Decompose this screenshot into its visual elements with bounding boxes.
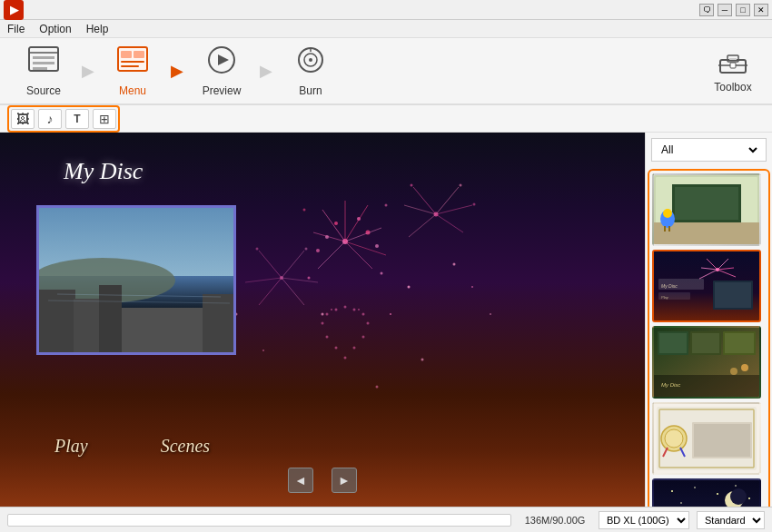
menu-option[interactable]: Option bbox=[39, 23, 71, 35]
menu-help[interactable]: Help bbox=[86, 23, 109, 35]
toolbar-menu[interactable]: Menu bbox=[96, 40, 169, 102]
svg-line-56 bbox=[282, 278, 318, 282]
music-tool-button[interactable]: ♪ bbox=[38, 109, 62, 129]
svg-point-140 bbox=[735, 485, 737, 487]
arrow-3: ▶ bbox=[260, 61, 272, 81]
toolbar-burn[interactable]: Burn bbox=[274, 40, 347, 102]
svg-point-58 bbox=[305, 248, 308, 251]
svg-point-39 bbox=[385, 204, 388, 207]
prev-button[interactable]: ◄ bbox=[288, 468, 313, 493]
svg-line-44 bbox=[404, 205, 436, 214]
svg-rect-135 bbox=[694, 424, 750, 457]
disc-title: My Disc bbox=[64, 158, 143, 185]
toolbar-source[interactable]: Source bbox=[7, 40, 80, 102]
svg-line-53 bbox=[259, 278, 282, 305]
toolbar-preview-label: Preview bbox=[203, 84, 242, 97]
svg-point-64 bbox=[421, 359, 424, 361]
svg-line-45 bbox=[436, 214, 463, 232]
svg-text:My Disc: My Disc bbox=[661, 382, 680, 388]
svg-rect-96 bbox=[675, 187, 738, 220]
svg-rect-7 bbox=[134, 51, 144, 58]
svg-point-62 bbox=[471, 286, 473, 288]
main-content: My Disc bbox=[0, 133, 772, 507]
panel-dropdown-container: All Classic Modern Romantic Nature bbox=[646, 133, 772, 167]
toolbar-burn-label: Burn bbox=[299, 84, 322, 97]
svg-point-22 bbox=[334, 222, 338, 225]
chat-button[interactable]: 🗨 bbox=[699, 4, 714, 16]
svg-point-131 bbox=[665, 429, 683, 448]
close-button[interactable]: ✕ bbox=[754, 4, 768, 16]
template-1-preview bbox=[654, 175, 759, 244]
svg-point-68 bbox=[262, 350, 264, 351]
preview-icon bbox=[205, 45, 238, 81]
canvas-background: My Disc bbox=[0, 133, 645, 507]
toolbar-toolbox[interactable]: Toolbox bbox=[701, 40, 765, 102]
template-item-5[interactable]: My Disc Play bbox=[652, 478, 761, 507]
template-item-4[interactable] bbox=[652, 402, 761, 475]
toolbox-label: Toolbox bbox=[714, 81, 751, 94]
svg-rect-18 bbox=[729, 58, 737, 60]
svg-line-29 bbox=[345, 205, 368, 241]
nav-buttons: ◄ ► bbox=[288, 468, 357, 493]
svg-point-65 bbox=[376, 386, 379, 389]
template-2-preview: My Disc Play bbox=[654, 251, 759, 320]
svg-point-139 bbox=[717, 493, 718, 495]
svg-rect-8 bbox=[121, 61, 144, 63]
next-button[interactable]: ► bbox=[332, 468, 357, 493]
minimize-button[interactable]: ─ bbox=[718, 4, 732, 16]
template-item-2[interactable]: My Disc Play bbox=[652, 250, 761, 322]
svg-point-76 bbox=[353, 347, 356, 350]
svg-point-66 bbox=[490, 313, 491, 315]
svg-line-32 bbox=[345, 241, 386, 255]
svg-rect-5 bbox=[118, 47, 147, 71]
arrow-1: ▶ bbox=[82, 61, 94, 81]
svg-line-52 bbox=[282, 251, 304, 278]
size-info: 136M/90.00G bbox=[519, 515, 591, 526]
svg-point-79 bbox=[326, 336, 329, 339]
video-thumbnail[interactable] bbox=[36, 205, 236, 355]
svg-line-51 bbox=[259, 251, 282, 278]
grid-tool-button[interactable]: ⊞ bbox=[93, 109, 116, 129]
toolbar-preview[interactable]: Preview bbox=[185, 40, 258, 102]
toolbar-menu-label: Menu bbox=[119, 84, 146, 97]
svg-rect-100 bbox=[664, 226, 666, 232]
template-filter-dropdown[interactable]: All Classic Modern Romantic Nature bbox=[651, 138, 767, 162]
disc-type-select[interactable]: BD XL (100G) DVD-5 (4.7G) DVD-9 (8.5G) B… bbox=[599, 511, 689, 529]
play-label: Play bbox=[54, 436, 88, 457]
status-bar: 136M/90.00G BD XL (100G) DVD-5 (4.7G) DV… bbox=[0, 507, 772, 532]
svg-point-38 bbox=[303, 209, 306, 212]
arrow-2: ▶ bbox=[171, 61, 183, 81]
template-item-3[interactable]: My Disc bbox=[652, 326, 761, 399]
beach-scene bbox=[39, 208, 236, 355]
svg-point-125 bbox=[730, 368, 737, 375]
svg-point-137 bbox=[671, 490, 673, 492]
svg-rect-9 bbox=[121, 65, 139, 67]
svg-point-75 bbox=[362, 336, 365, 339]
svg-point-63 bbox=[322, 313, 324, 316]
menu-bar: File Option Help bbox=[0, 20, 772, 38]
svg-rect-122 bbox=[725, 333, 754, 353]
source-icon bbox=[27, 45, 60, 81]
text-tool-button[interactable]: T bbox=[65, 109, 89, 129]
svg-rect-20 bbox=[730, 63, 736, 68]
svg-point-145 bbox=[730, 488, 747, 505]
template-list[interactable]: My Disc Play bbox=[646, 167, 772, 507]
title-bar-controls[interactable]: 🗨 ─ □ ✕ bbox=[699, 4, 768, 16]
svg-point-74 bbox=[367, 322, 370, 325]
template-item-1[interactable] bbox=[652, 173, 761, 246]
svg-point-48 bbox=[460, 184, 462, 187]
template-list-outline: My Disc Play bbox=[648, 169, 770, 507]
svg-point-141 bbox=[748, 498, 750, 499]
svg-rect-113 bbox=[715, 282, 751, 308]
template-filter-select[interactable]: All Classic Modern Romantic Nature bbox=[658, 143, 760, 157]
svg-line-33 bbox=[318, 241, 345, 269]
maximize-button[interactable]: □ bbox=[736, 4, 750, 16]
svg-point-73 bbox=[362, 313, 365, 316]
toolbox-icon bbox=[718, 49, 747, 77]
svg-point-26 bbox=[316, 249, 320, 252]
quality-select[interactable]: Standard High Ultra bbox=[697, 511, 765, 529]
image-tool-button[interactable]: 🖼 bbox=[11, 109, 35, 129]
progress-bar bbox=[7, 514, 511, 527]
svg-line-46 bbox=[409, 214, 436, 237]
menu-file[interactable]: File bbox=[7, 23, 25, 35]
